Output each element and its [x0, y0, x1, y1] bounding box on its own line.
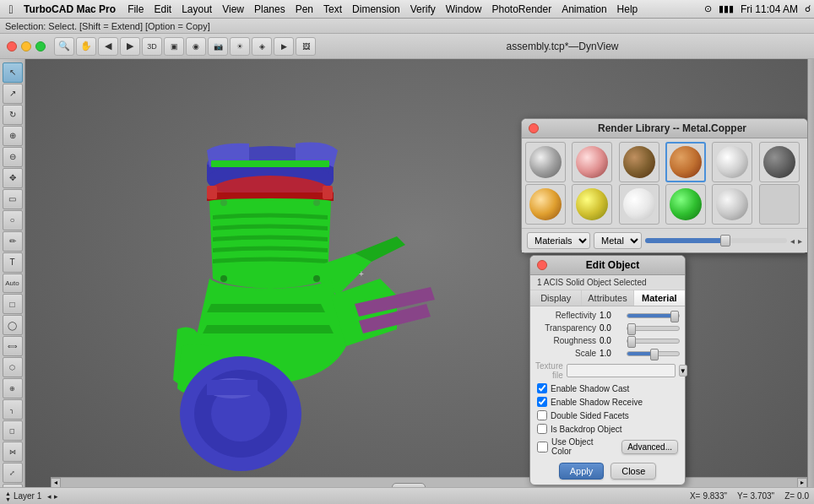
edit-obj-close-btn[interactable]: [537, 260, 547, 270]
material-platinum[interactable]: [712, 142, 752, 182]
reflectivity-thumb[interactable]: [670, 311, 679, 322]
horizontal-scrollbar[interactable]: ◂ ▸: [51, 477, 807, 487]
toolbar-light[interactable]: ☀: [230, 37, 250, 56]
texture-browse-btn[interactable]: ▼: [679, 365, 687, 377]
window-zoom-btn[interactable]: [35, 41, 46, 51]
advanced-btn[interactable]: Advanced...: [621, 440, 678, 454]
toolbar-zoom-in[interactable]: 🔍: [54, 37, 74, 56]
tool-circle-select[interactable]: ○: [3, 210, 23, 230]
scale-slider[interactable]: [627, 351, 680, 356]
tool-circle[interactable]: ◯: [3, 315, 23, 335]
material-silver[interactable]: [525, 142, 566, 182]
tool-text[interactable]: T: [3, 252, 23, 273]
tool-move[interactable]: ⤢: [3, 463, 23, 483]
toolbar-anim[interactable]: ▶: [274, 37, 294, 56]
render-slider-thumb[interactable]: [720, 235, 730, 247]
layer-left-arrow[interactable]: ◂: [47, 492, 52, 501]
tool-pan[interactable]: ✥: [3, 168, 23, 188]
menu-text[interactable]: Text: [323, 3, 342, 15]
window-close-btn[interactable]: [7, 41, 17, 51]
tool-shell[interactable]: ◻: [3, 420, 23, 441]
toolbar-camera[interactable]: 📷: [208, 37, 228, 56]
toolbar-forward[interactable]: ▶: [120, 37, 140, 56]
material-rose[interactable]: [572, 142, 612, 182]
tool-extrude[interactable]: ⬡: [3, 357, 23, 377]
toolbar-hand[interactable]: ✋: [76, 37, 96, 56]
material-brass[interactable]: [572, 184, 612, 225]
layer-down-arrow[interactable]: ▼: [5, 496, 11, 502]
shadow-receive-checkbox[interactable]: [537, 397, 547, 407]
toolbar-back[interactable]: ◀: [98, 37, 118, 56]
menu-pen[interactable]: Pen: [296, 3, 313, 15]
menu-help[interactable]: Help: [617, 3, 638, 15]
close-btn[interactable]: Close: [610, 463, 656, 480]
scroll-left-btn[interactable]: ◂: [51, 478, 61, 488]
tool-zoom[interactable]: ⊕: [3, 126, 23, 146]
apply-btn[interactable]: Apply: [559, 463, 605, 480]
tool-rotate[interactable]: ↻: [3, 105, 23, 125]
slider-right-arrow[interactable]: ▸: [798, 236, 802, 246]
search-icon[interactable]: ☌: [805, 3, 811, 14]
scale-thumb[interactable]: [650, 349, 659, 360]
transparency-thumb[interactable]: [627, 323, 636, 335]
tab-material[interactable]: Material: [634, 290, 685, 306]
menu-edit[interactable]: Edit: [154, 3, 171, 15]
menu-dimension[interactable]: Dimension: [352, 3, 400, 15]
material-nickel[interactable]: [712, 184, 752, 225]
menu-photorender[interactable]: PhotoRender: [491, 3, 551, 15]
material-dark[interactable]: [759, 142, 800, 182]
toolbar-photo[interactable]: 🖼: [296, 37, 316, 56]
toolbar-3d1[interactable]: 3D: [142, 37, 162, 56]
right-resize-handle[interactable]: [807, 59, 814, 504]
reflectivity-slider[interactable]: [627, 313, 680, 318]
tool-select2[interactable]: ↗: [3, 84, 23, 104]
transparency-slider[interactable]: [627, 326, 680, 331]
toolbar-mat[interactable]: ◈: [252, 37, 272, 56]
apple-logo-icon[interactable]: : [3, 2, 19, 17]
layer-up-arrow[interactable]: ▲: [5, 490, 11, 496]
material-gold[interactable]: [525, 184, 566, 225]
menu-layout[interactable]: Layout: [182, 3, 212, 15]
texture-input[interactable]: [567, 364, 676, 377]
tab-display[interactable]: Display: [530, 290, 582, 306]
tool-auto[interactable]: Auto: [3, 274, 23, 294]
materials-dropdown[interactable]: Materials: [527, 232, 590, 249]
scroll-right-btn[interactable]: ▸: [797, 478, 807, 488]
render-slider[interactable]: [645, 238, 787, 243]
layer-right-arrow[interactable]: ▸: [54, 492, 58, 501]
tab-attributes[interactable]: Attributes: [582, 290, 633, 306]
menu-planes[interactable]: Planes: [254, 3, 285, 15]
tool-dimension[interactable]: ⟺: [3, 336, 23, 356]
material-chrome[interactable]: [619, 184, 659, 225]
tool-zoom-out[interactable]: ⊖: [3, 147, 23, 167]
menu-verify[interactable]: Verify: [410, 3, 436, 15]
menu-file[interactable]: File: [128, 3, 144, 15]
menu-animation[interactable]: Animation: [562, 3, 606, 15]
material-copper[interactable]: [665, 142, 706, 182]
tool-rect-select[interactable]: ▭: [3, 189, 23, 209]
use-object-color-checkbox[interactable]: [537, 442, 548, 453]
menu-view[interactable]: View: [222, 3, 244, 15]
tool-select[interactable]: ↖: [3, 62, 23, 83]
render-close-btn[interactable]: [529, 123, 539, 133]
viewport[interactable]: + ◂ ▸ Render Library -- Metal.Copper: [25, 59, 814, 504]
backdrop-checkbox[interactable]: [537, 424, 547, 434]
tool-rectangle[interactable]: □: [3, 294, 23, 314]
menu-window[interactable]: Window: [446, 3, 482, 15]
material-green-metal[interactable]: [665, 184, 706, 225]
material-bronze[interactable]: [619, 142, 659, 182]
toolbar-render[interactable]: ◉: [186, 37, 206, 56]
tool-boolean[interactable]: ⊕: [3, 378, 23, 398]
layer-arrows[interactable]: ▲ ▼: [5, 490, 11, 502]
metal-dropdown[interactable]: Metal: [594, 232, 642, 249]
tool-pen[interactable]: ✏: [3, 231, 23, 252]
window-minimize-btn[interactable]: [21, 41, 31, 51]
roughness-slider[interactable]: [627, 339, 680, 344]
slider-left-arrow[interactable]: ◂: [790, 236, 795, 246]
shadow-cast-checkbox[interactable]: [537, 383, 547, 393]
tool-loft[interactable]: ⋈: [3, 442, 23, 462]
toolbar-3d2[interactable]: ▣: [164, 37, 184, 56]
double-sided-checkbox[interactable]: [537, 410, 547, 420]
tool-fillet[interactable]: ╮: [3, 399, 23, 420]
roughness-thumb[interactable]: [627, 336, 636, 348]
